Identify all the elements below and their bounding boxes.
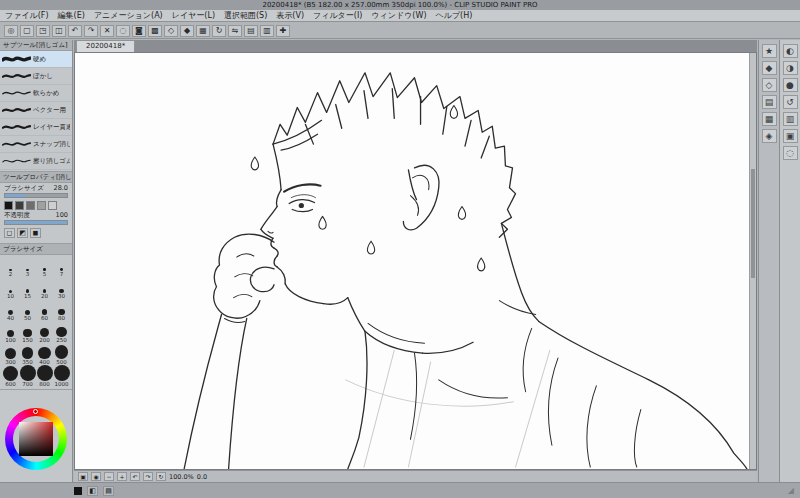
brush-size-option[interactable]: 700 (19, 366, 36, 388)
color-wheel[interactable] (5, 408, 67, 470)
material-manga-icon[interactable]: ▤ (762, 95, 777, 109)
zoom-in-icon[interactable]: + (117, 472, 127, 481)
menu-item[interactable]: ヘルプ(H) (436, 10, 473, 21)
subtool-item[interactable]: 軟らかめ (0, 85, 72, 102)
menu-item[interactable]: レイヤー(L) (172, 10, 215, 21)
reset-rotation-icon[interactable]: ↻ (156, 472, 166, 481)
brush-size-option[interactable]: 150 (19, 322, 36, 344)
history-icon[interactable]: ↺ (783, 95, 798, 109)
layer-panel-icon[interactable]: ▥ (783, 112, 798, 126)
page-flip-icon[interactable]: ◧ (87, 486, 98, 496)
subtool-item[interactable]: 硬め (0, 51, 72, 68)
tool-property-tab[interactable]: ツールプロパティ[消しゴム] (0, 172, 72, 183)
menu-item[interactable]: 表示(V) (276, 10, 304, 21)
brush-size-option[interactable]: 300 (2, 344, 19, 366)
zoom-out-icon[interactable]: − (104, 472, 114, 481)
snap-ruler-icon[interactable]: ◇ (164, 25, 178, 37)
aa-weak-icon[interactable]: ◩ (17, 228, 28, 238)
brush-size-palette-tab[interactable]: ブラシサイズ (0, 244, 72, 255)
opacity-slider[interactable] (4, 220, 68, 225)
brush-size-option[interactable]: 40 (2, 300, 19, 322)
rotate-right-icon[interactable]: ↷ (143, 472, 153, 481)
brush-size-option[interactable]: 7 (53, 256, 70, 278)
aa-strong-icon[interactable]: ◼ (30, 228, 41, 238)
timeline-toggle-icon[interactable] (74, 487, 82, 495)
brush-size-option[interactable]: 250 (53, 322, 70, 344)
hardness-preset[interactable] (48, 201, 57, 210)
subtool-panel-tab[interactable]: サブツール[消しゴム] (0, 40, 72, 51)
material-image-icon[interactable]: ▦ (762, 112, 777, 126)
brush-size-option[interactable]: 50 (19, 300, 36, 322)
material-color-icon[interactable]: ◆ (762, 61, 777, 75)
hardness-preset[interactable] (4, 201, 13, 210)
invert-selection-icon[interactable]: ◙ (132, 25, 146, 37)
brush-size-option[interactable]: 3 (19, 256, 36, 278)
brush-size-option[interactable]: 400 (36, 344, 53, 366)
brush-size-option[interactable]: 200 (36, 322, 53, 344)
brush-size-option[interactable]: 80 (53, 300, 70, 322)
delete-icon[interactable]: ✕ (100, 25, 114, 37)
open-file-icon[interactable]: ◳ (36, 25, 50, 37)
rotate-left-icon[interactable]: ↶ (130, 472, 140, 481)
brush-size-option[interactable]: 15 (19, 278, 36, 300)
vertical-scrollbar[interactable] (749, 53, 756, 469)
subtool-item[interactable]: スナップ消しゴム (0, 136, 72, 153)
redo-icon[interactable]: ↷ (84, 25, 98, 37)
brush-size-value[interactable]: 28.0 (54, 185, 68, 192)
brush-size-option[interactable]: 60 (36, 300, 53, 322)
brush-size-option[interactable]: 20 (36, 278, 53, 300)
menu-item[interactable]: ファイル(F) (5, 10, 49, 21)
hardness-preset[interactable] (26, 201, 35, 210)
menu-item[interactable]: 選択範囲(S) (224, 10, 267, 21)
selection-border-icon[interactable]: ▩ (148, 25, 162, 37)
hardness-preset[interactable] (15, 201, 24, 210)
canvas[interactable] (74, 52, 757, 470)
document-tab[interactable]: 20200418* (76, 40, 135, 52)
quick-access-icon[interactable]: ★ (762, 44, 777, 58)
grid-toggle-icon[interactable]: ▤ (244, 25, 258, 37)
tool-settings-icon[interactable]: ✚ (276, 25, 290, 37)
layer-search-icon[interactable]: ◌ (783, 146, 798, 160)
snap-grid-icon[interactable]: ▦ (196, 25, 210, 37)
brush-size-option[interactable]: 100 (2, 322, 19, 344)
brush-size-option[interactable]: 1000 (53, 366, 70, 388)
sv-picker[interactable] (19, 422, 53, 456)
resize-grip-icon[interactable]: ◢ (788, 486, 794, 495)
menu-item[interactable]: ウィンドウ(W) (371, 10, 426, 21)
scrollbar-thumb[interactable] (751, 169, 755, 277)
menu-item[interactable]: フィルター(I) (313, 10, 362, 21)
save-file-icon[interactable]: ◫ (52, 25, 66, 37)
brush-size-option[interactable]: 10 (2, 278, 19, 300)
brush-size-option[interactable]: 2 (2, 256, 19, 278)
flip-view-icon[interactable]: ⇋ (228, 25, 242, 37)
undo-icon[interactable]: ↶ (68, 25, 82, 37)
menu-item[interactable]: アニメーション(A) (94, 10, 163, 21)
visibility-icon[interactable]: ◎ (4, 25, 18, 37)
subtool-item[interactable]: ベクター用 (0, 102, 72, 119)
navigator-icon[interactable]: ◐ (783, 44, 798, 58)
information-icon[interactable]: ● (783, 78, 798, 92)
brush-size-slider[interactable] (4, 193, 68, 198)
material-3d-icon[interactable]: ◈ (762, 129, 777, 143)
snap-special-ruler-icon[interactable]: ◆ (180, 25, 194, 37)
new-file-icon[interactable]: ▢ (20, 25, 34, 37)
subtool-item[interactable]: レイヤー貫通 (0, 119, 72, 136)
layer-property-icon[interactable]: ▣ (783, 129, 798, 143)
brush-size-option[interactable]: 30 (53, 278, 70, 300)
fit-view-icon[interactable]: ▣ (78, 472, 88, 481)
hardness-preset[interactable] (37, 201, 46, 210)
brush-size-option[interactable]: 350 (19, 344, 36, 366)
subtool-item[interactable]: 擦り消しゴム (0, 153, 72, 170)
menu-item[interactable]: 編集(E) (58, 10, 85, 21)
subtool-item[interactable]: ぼかし (0, 68, 72, 85)
material-monochrome-icon[interactable]: ◇ (762, 78, 777, 92)
brush-size-option[interactable]: 800 (36, 366, 53, 388)
rotate-reset-icon[interactable]: ↻ (212, 25, 226, 37)
aa-none-icon[interactable]: ◻ (4, 228, 15, 238)
material-panel-icon[interactable]: ▥ (260, 25, 274, 37)
deselect-icon[interactable]: ◌ (116, 25, 130, 37)
workspace-icon[interactable]: ▤ (103, 486, 114, 496)
brush-size-option[interactable]: 5 (36, 256, 53, 278)
actual-size-icon[interactable]: ◉ (91, 472, 101, 481)
hue-marker[interactable] (33, 409, 38, 414)
